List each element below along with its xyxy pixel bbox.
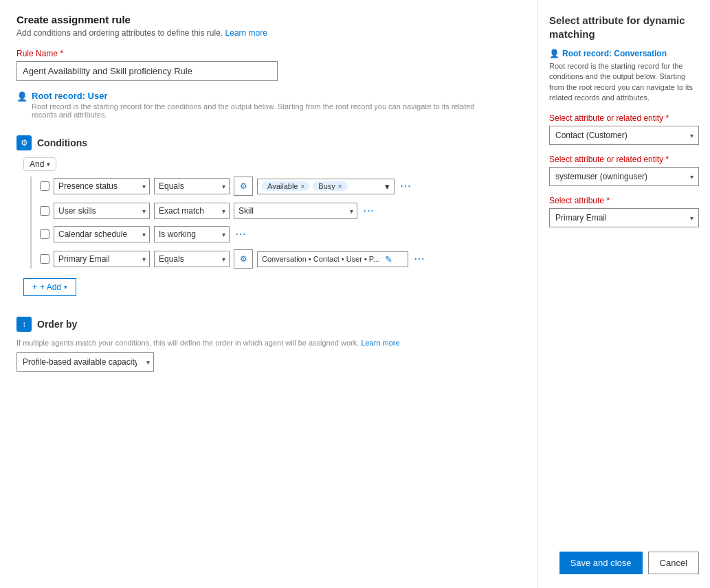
rule-name-group: Rule Name * (16, 49, 521, 81)
operator-select-3[interactable]: Is working (154, 226, 230, 242)
condition-row-3: Calendar schedule Is working ⋯ (40, 226, 521, 242)
tag-available-close[interactable]: × (300, 183, 304, 190)
rule-name-label: Rule Name * (16, 49, 521, 58)
field-select-wrapper-2: User skills (54, 203, 150, 219)
learn-more-link[interactable]: Learn more (225, 28, 267, 38)
field-select-3[interactable]: Calendar schedule (54, 226, 150, 242)
add-condition-wrapper: + + Add ▾ (23, 275, 521, 296)
dynamic-match-icon-4[interactable]: ⚙ (234, 249, 253, 269)
operator-select-wrapper-4: Equals (154, 251, 230, 267)
field-select-wrapper-4: Primary Email (54, 251, 150, 267)
cancel-button[interactable]: Cancel (648, 552, 699, 574)
main-panel: Create assignment rule Add conditions an… (0, 0, 538, 588)
row-2-more-options[interactable]: ⋯ (362, 205, 375, 216)
condition-row-2-checkbox[interactable] (40, 206, 49, 216)
side-field-3-label: Select attribute * (549, 196, 699, 205)
conditions-header: ⚙ Conditions (16, 135, 521, 150)
tag-busy-close[interactable]: × (338, 183, 342, 190)
side-select-3[interactable]: Primary Email (549, 208, 699, 227)
value-text-4: Conversation • Contact • User • P... ✎ (257, 251, 408, 267)
order-by-select-wrapper: Profile-based available capacity (16, 352, 154, 372)
side-select-1[interactable]: Contact (Customer) (549, 126, 699, 145)
side-select-wrapper-2: systemuser (owninguser) (549, 167, 699, 186)
side-field-3: Select attribute * Primary Email (549, 196, 699, 237)
edit-icon-4[interactable]: ✎ (385, 254, 392, 264)
side-panel: Select attribute for dynamic matching 👤 … (538, 0, 710, 588)
side-root-record: 👤 Root record: Conversation (549, 49, 699, 58)
operator-select-1[interactable]: Equals (154, 178, 230, 194)
operator-select-wrapper-1: Equals (154, 178, 230, 194)
rule-name-input[interactable] (16, 61, 278, 81)
side-field-2-label: Select attribute or related entity * (549, 155, 699, 164)
order-by-section: ↕ Order by If multiple agents match your… (16, 317, 521, 372)
tag-available: Available × (262, 181, 310, 191)
conditions-list: Presence status Equals ⚙ Available × Bus… (30, 177, 521, 269)
side-root-record-description: Root record is the starting record for t… (549, 61, 699, 104)
row-4-more-options[interactable]: ⋯ (412, 253, 426, 264)
dynamic-match-icon-1[interactable]: ⚙ (234, 177, 253, 196)
conditions-icon: ⚙ (16, 135, 32, 150)
side-select-wrapper-1: Contact (Customer) (549, 126, 699, 145)
side-field-1-label: Select attribute or related entity * (549, 113, 699, 123)
operator-select-wrapper-3: Is working (154, 226, 230, 242)
side-root-record-icon: 👤 (549, 49, 559, 58)
side-select-wrapper-3: Primary Email (549, 208, 699, 227)
row-3-more-options[interactable]: ⋯ (234, 229, 247, 240)
field-select-1[interactable]: Presence status (54, 178, 150, 194)
side-panel-title: Select attribute for dynamic matching (549, 14, 699, 41)
condition-row-1-checkbox[interactable] (40, 181, 49, 191)
condition-row-2: User skills Exact match Skill ⋯ (40, 203, 521, 219)
condition-row-3-checkbox[interactable] (40, 229, 49, 239)
operator-select-4[interactable]: Equals (154, 251, 230, 267)
order-by-description: If multiple agents match your conditions… (16, 339, 498, 347)
side-select-2[interactable]: systemuser (owninguser) (549, 167, 699, 186)
value-select-wrapper-2: Skill (234, 203, 357, 219)
operator-select-2[interactable]: Exact match (154, 203, 230, 219)
field-select-wrapper-1: Presence status (54, 178, 150, 194)
condition-row-4: Primary Email Equals ⚙ Conversation • Co… (40, 249, 521, 269)
page-title: Create assignment rule (16, 14, 521, 25)
field-select-2[interactable]: User skills (54, 203, 150, 219)
order-by-select[interactable]: Profile-based available capacity (16, 352, 154, 372)
value-chevron-1: ▾ (385, 181, 390, 192)
tag-busy: Busy × (313, 181, 347, 191)
operator-select-wrapper-2: Exact match (154, 203, 230, 219)
add-icon: + (32, 282, 37, 292)
condition-row-1: Presence status Equals ⚙ Available × Bus… (40, 177, 521, 196)
order-by-title: Order by (37, 319, 77, 330)
field-select-wrapper-3: Calendar schedule (54, 226, 150, 242)
field-select-4[interactable]: Primary Email (54, 251, 150, 267)
save-and-close-button[interactable]: Save and close (559, 552, 643, 574)
order-by-icon: ↕ (16, 317, 32, 332)
conditions-body: And ▾ Presence status Equals ⚙ (23, 157, 521, 296)
root-record-section: 👤 Root record: User Root record is the s… (16, 91, 521, 119)
root-record-description: Root record is the starting record for t… (32, 102, 499, 119)
and-operator[interactable]: And ▾ (23, 157, 56, 171)
order-by-header: ↕ Order by (16, 317, 521, 332)
side-field-1: Select attribute or related entity * Con… (549, 113, 699, 155)
add-condition-button[interactable]: + + Add ▾ (23, 278, 76, 296)
row-1-more-options[interactable]: ⋯ (399, 181, 412, 192)
footer-buttons: Save and close Cancel (559, 552, 699, 574)
value-select-2[interactable]: Skill (234, 203, 357, 219)
root-record-title: Root record: User (32, 91, 499, 101)
order-learn-more-link[interactable]: Learn more (361, 339, 399, 347)
page-subtitle: Add conditions and ordering attributes t… (16, 28, 521, 38)
side-root-record-label: Root record: Conversation (562, 49, 667, 58)
root-record-icon: 👤 (16, 91, 27, 102)
conditions-title: Conditions (37, 137, 87, 148)
and-chevron-icon: ▾ (47, 161, 50, 168)
add-chevron-icon: ▾ (64, 284, 67, 291)
condition-row-4-checkbox[interactable] (40, 254, 49, 264)
side-field-2: Select attribute or related entity * sys… (549, 155, 699, 196)
value-tags-1: Available × Busy × ▾ (257, 179, 395, 194)
